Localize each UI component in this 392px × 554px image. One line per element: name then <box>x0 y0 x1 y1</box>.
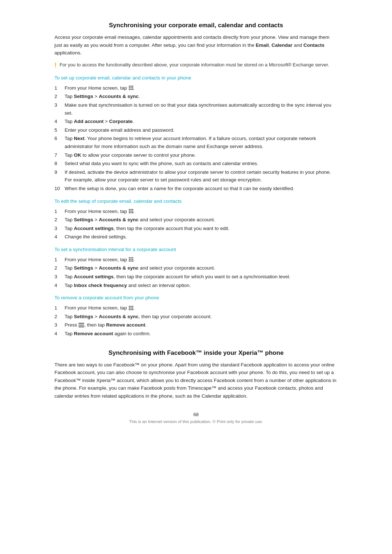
svg-rect-3 <box>129 87 130 89</box>
list-item: 3 Tap Account settings, then tap the cor… <box>54 273 338 281</box>
section2-intro: There are two ways to use Facebook™ on y… <box>54 361 338 400</box>
svg-rect-32 <box>132 307 133 308</box>
svg-rect-36 <box>78 323 84 324</box>
svg-rect-2 <box>132 86 133 87</box>
note-box: ! For you to access the functionality de… <box>54 61 338 69</box>
svg-rect-12 <box>129 210 130 212</box>
page-number: 68 <box>54 412 338 417</box>
list-item: 7 Tap OK to allow your corporate server … <box>54 151 338 159</box>
svg-rect-30 <box>129 307 130 308</box>
subsection-remove: To remove a corporate account from your … <box>54 295 338 337</box>
svg-rect-9 <box>129 209 130 210</box>
svg-rect-31 <box>130 307 131 308</box>
remove-steps: 1 From your Home screen, tap . 2 Tap Set… <box>54 304 338 337</box>
svg-rect-5 <box>132 87 133 89</box>
subsection-setup: To set up corporate email, calendar and … <box>54 75 338 193</box>
page-content: Synchronising your corporate email, cale… <box>54 0 338 554</box>
svg-rect-18 <box>129 257 130 258</box>
svg-rect-16 <box>130 212 131 213</box>
svg-rect-22 <box>130 259 131 260</box>
svg-rect-37 <box>78 325 84 325</box>
list-item: 4 Tap Add account > Corporate. <box>54 118 338 126</box>
list-item: 9 If desired, activate the device admini… <box>54 168 338 184</box>
svg-rect-38 <box>78 327 84 327</box>
svg-rect-20 <box>132 257 133 258</box>
list-item: 2 Tap Settings > Accounts & sync and sel… <box>54 216 338 224</box>
list-item: 8 Select what data you want to sync with… <box>54 160 338 168</box>
svg-rect-25 <box>130 260 131 262</box>
svg-rect-19 <box>130 257 131 258</box>
list-item: 1 From your Home screen, tap . <box>54 208 338 216</box>
svg-rect-6 <box>129 89 130 90</box>
note-text: For you to access the functionality desc… <box>60 61 329 69</box>
grid-icon <box>128 305 134 311</box>
svg-rect-15 <box>129 212 130 213</box>
warning-icon: ! <box>54 62 57 69</box>
edit-steps: 1 From your Home screen, tap . 2 Tap Set… <box>54 208 338 241</box>
svg-rect-14 <box>132 210 133 212</box>
menu-icon <box>78 323 84 327</box>
svg-rect-23 <box>132 259 133 260</box>
svg-rect-21 <box>129 259 130 260</box>
svg-rect-13 <box>130 210 131 212</box>
svg-rect-29 <box>132 306 133 307</box>
list-item: 10 When the setup is done, you can enter… <box>54 185 338 193</box>
setup-steps: 1 From your Home screen, tap . 2 Tap Set… <box>54 84 338 193</box>
list-item: 5 Enter your corporate email address and… <box>54 126 338 134</box>
list-item: 2 Tap Settings > Accounts & sync and sel… <box>54 264 338 272</box>
section1-intro: Access your corporate email messages, ca… <box>54 33 338 57</box>
list-item: 4 Tap Remove account again to confirm. <box>54 330 338 338</box>
list-item: 4 Tap Inbox check frequency and select a… <box>54 282 338 290</box>
list-item: 1 From your Home screen, tap . <box>54 256 338 264</box>
section2-title: Synchronising with Facebook™ inside your… <box>54 349 338 357</box>
svg-rect-4 <box>130 87 131 89</box>
grid-icon <box>128 85 134 90</box>
list-item: 4 Change the desired settings. <box>54 233 338 241</box>
section-corporate-sync: Synchronising your corporate email, cale… <box>54 22 338 338</box>
svg-rect-11 <box>132 209 133 210</box>
footer-text: This is an Internet version of this publ… <box>54 419 338 424</box>
subsection-sync-interval: To set a synchronisation interval for a … <box>54 247 338 289</box>
subsection3-title: To set a synchronisation interval for a … <box>54 247 338 252</box>
subsection4-title: To remove a corporate account from your … <box>54 295 338 300</box>
list-item: 6 Tap Next. Your phone begins to retriev… <box>54 135 338 150</box>
svg-rect-10 <box>130 209 131 210</box>
svg-rect-7 <box>130 89 131 90</box>
svg-rect-17 <box>132 212 133 213</box>
svg-rect-35 <box>132 309 133 310</box>
svg-rect-34 <box>130 309 131 310</box>
svg-rect-27 <box>129 306 130 307</box>
sync-interval-steps: 1 From your Home screen, tap . 2 Tap Set… <box>54 256 338 289</box>
list-item: 3 Tap Account settings, then tap the cor… <box>54 225 338 233</box>
list-item: 1 From your Home screen, tap . <box>54 84 338 92</box>
subsection2-title: To edit the setup of corporate email, ca… <box>54 198 338 204</box>
svg-rect-24 <box>129 260 130 262</box>
list-item: 1 From your Home screen, tap . <box>54 304 338 312</box>
list-item: 2 Tap Settings > Accounts & sync. <box>54 93 338 100</box>
subsection1-title: To set up corporate email, calendar and … <box>54 75 338 81</box>
svg-rect-8 <box>132 89 133 90</box>
svg-rect-0 <box>129 86 130 87</box>
svg-rect-26 <box>132 260 133 262</box>
grid-icon <box>128 257 134 262</box>
list-item: 3 Make sure that synchronisation is turn… <box>54 101 338 117</box>
svg-rect-28 <box>130 306 131 307</box>
section1-title: Synchronising your corporate email, cale… <box>54 22 338 29</box>
list-item: 2 Tap Settings > Accounts & sync, then t… <box>54 313 338 321</box>
svg-rect-33 <box>129 309 130 310</box>
grid-icon <box>128 209 134 214</box>
list-item: 3 Press , then tap Remove account. <box>54 321 338 329</box>
section-facebook-sync: Synchronising with Facebook™ inside your… <box>54 349 338 400</box>
subsection-edit: To edit the setup of corporate email, ca… <box>54 198 338 241</box>
svg-rect-1 <box>130 86 131 87</box>
